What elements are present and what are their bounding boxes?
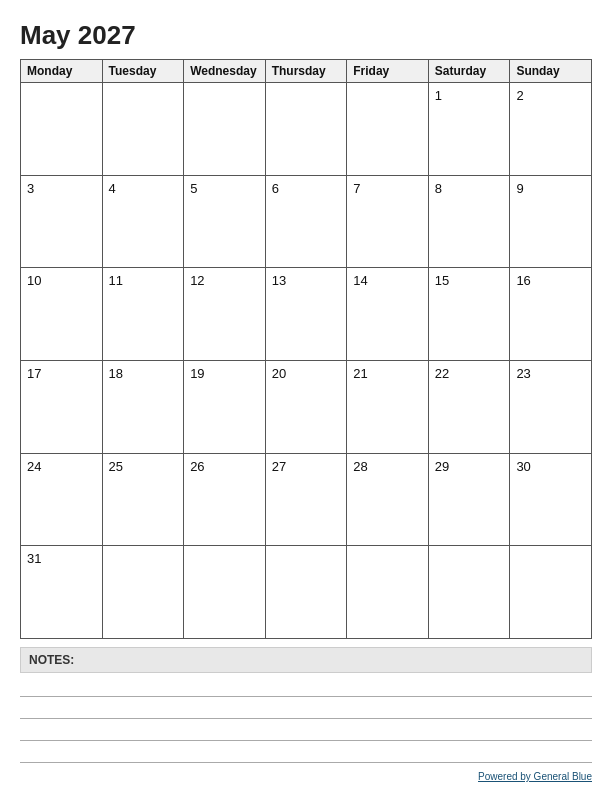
calendar-day-cell: 10 <box>21 268 103 361</box>
calendar-day-cell: 22 <box>428 360 510 453</box>
calendar-day-cell: 18 <box>102 360 184 453</box>
calendar-day-cell <box>265 546 347 639</box>
calendar-week-row: 10111213141516 <box>21 268 592 361</box>
calendar-day-cell: 31 <box>21 546 103 639</box>
calendar-day-cell <box>21 83 103 176</box>
calendar-day-cell <box>184 83 266 176</box>
calendar-day-cell: 15 <box>428 268 510 361</box>
calendar-header-cell: Thursday <box>265 60 347 83</box>
calendar-week-row: 31 <box>21 546 592 639</box>
day-number: 16 <box>516 273 530 288</box>
calendar-day-cell: 7 <box>347 175 429 268</box>
calendar-day-cell <box>347 546 429 639</box>
calendar-day-cell: 14 <box>347 268 429 361</box>
day-number: 15 <box>435 273 449 288</box>
day-number: 13 <box>272 273 286 288</box>
calendar-day-cell: 11 <box>102 268 184 361</box>
calendar-week-row: 17181920212223 <box>21 360 592 453</box>
calendar-day-cell <box>265 83 347 176</box>
day-number: 5 <box>190 181 197 196</box>
calendar-day-cell: 8 <box>428 175 510 268</box>
day-number: 31 <box>27 551 41 566</box>
day-number: 24 <box>27 459 41 474</box>
calendar-day-cell: 4 <box>102 175 184 268</box>
day-number: 21 <box>353 366 367 381</box>
notes-line <box>20 743 592 763</box>
month-title: May 2027 <box>20 20 592 51</box>
day-number: 12 <box>190 273 204 288</box>
calendar-table: MondayTuesdayWednesdayThursdayFridaySatu… <box>20 59 592 639</box>
day-number: 3 <box>27 181 34 196</box>
calendar-day-cell: 25 <box>102 453 184 546</box>
day-number: 8 <box>435 181 442 196</box>
day-number: 9 <box>516 181 523 196</box>
calendar-header-row: MondayTuesdayWednesdayThursdayFridaySatu… <box>21 60 592 83</box>
day-number: 1 <box>435 88 442 103</box>
calendar-day-cell: 24 <box>21 453 103 546</box>
day-number: 17 <box>27 366 41 381</box>
calendar-header-cell: Wednesday <box>184 60 266 83</box>
calendar-header-cell: Sunday <box>510 60 592 83</box>
day-number: 25 <box>109 459 123 474</box>
notes-line <box>20 721 592 741</box>
calendar-header-cell: Saturday <box>428 60 510 83</box>
calendar-day-cell: 17 <box>21 360 103 453</box>
calendar-day-cell <box>102 83 184 176</box>
day-number: 14 <box>353 273 367 288</box>
day-number: 29 <box>435 459 449 474</box>
calendar-header-cell: Tuesday <box>102 60 184 83</box>
day-number: 26 <box>190 459 204 474</box>
calendar-day-cell: 1 <box>428 83 510 176</box>
day-number: 19 <box>190 366 204 381</box>
calendar-day-cell: 6 <box>265 175 347 268</box>
calendar-day-cell <box>102 546 184 639</box>
notes-line <box>20 677 592 697</box>
calendar-day-cell: 3 <box>21 175 103 268</box>
calendar-day-cell: 28 <box>347 453 429 546</box>
notes-line <box>20 699 592 719</box>
calendar-day-cell: 29 <box>428 453 510 546</box>
calendar-day-cell <box>428 546 510 639</box>
calendar-day-cell: 26 <box>184 453 266 546</box>
notes-lines <box>20 677 592 763</box>
day-number: 6 <box>272 181 279 196</box>
day-number: 11 <box>109 273 123 288</box>
calendar-day-cell: 19 <box>184 360 266 453</box>
calendar-day-cell: 12 <box>184 268 266 361</box>
calendar-day-cell: 27 <box>265 453 347 546</box>
calendar-day-cell: 30 <box>510 453 592 546</box>
calendar-day-cell: 9 <box>510 175 592 268</box>
calendar-day-cell: 21 <box>347 360 429 453</box>
day-number: 7 <box>353 181 360 196</box>
calendar-day-cell <box>184 546 266 639</box>
calendar-day-cell: 23 <box>510 360 592 453</box>
day-number: 2 <box>516 88 523 103</box>
day-number: 23 <box>516 366 530 381</box>
calendar-body: 1234567891011121314151617181920212223242… <box>21 83 592 639</box>
day-number: 4 <box>109 181 116 196</box>
calendar-day-cell <box>347 83 429 176</box>
calendar-day-cell: 16 <box>510 268 592 361</box>
day-number: 28 <box>353 459 367 474</box>
day-number: 10 <box>27 273 41 288</box>
calendar-day-cell: 5 <box>184 175 266 268</box>
day-number: 18 <box>109 366 123 381</box>
calendar-page: May 2027 MondayTuesdayWednesdayThursdayF… <box>0 0 612 792</box>
day-number: 22 <box>435 366 449 381</box>
powered-by-link[interactable]: Powered by General Blue <box>478 771 592 782</box>
calendar-day-cell: 20 <box>265 360 347 453</box>
calendar-day-cell: 13 <box>265 268 347 361</box>
notes-label: NOTES: <box>20 647 592 673</box>
calendar-week-row: 3456789 <box>21 175 592 268</box>
day-number: 20 <box>272 366 286 381</box>
calendar-week-row: 24252627282930 <box>21 453 592 546</box>
calendar-header-cell: Monday <box>21 60 103 83</box>
calendar-day-cell: 2 <box>510 83 592 176</box>
calendar-header-cell: Friday <box>347 60 429 83</box>
day-number: 27 <box>272 459 286 474</box>
calendar-week-row: 12 <box>21 83 592 176</box>
powered-by: Powered by General Blue <box>20 771 592 782</box>
calendar-day-cell <box>510 546 592 639</box>
notes-section: NOTES: <box>20 647 592 765</box>
day-number: 30 <box>516 459 530 474</box>
